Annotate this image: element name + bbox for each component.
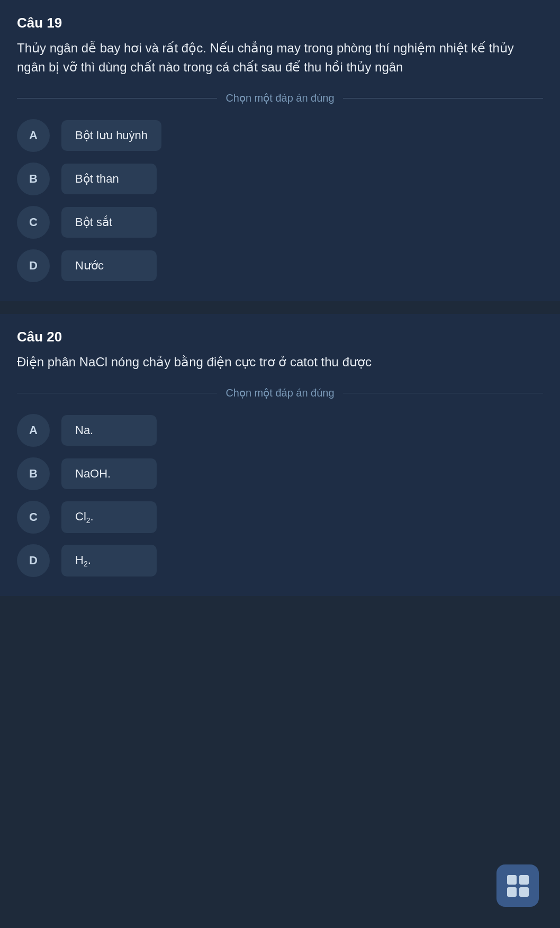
- options-list-20: A Na. B NaOH. C Cl2. D H2.: [17, 414, 543, 577]
- option-item-20-c[interactable]: C Cl2.: [17, 501, 543, 534]
- question-block-19: Câu 19 Thủy ngân dễ bay hơi và rất độc. …: [0, 0, 560, 301]
- option-label-19-c: Bột sắt: [61, 207, 157, 238]
- divider-line-right-19: [343, 98, 543, 98]
- option-label-19-a: Bột lưu huỳnh: [61, 120, 161, 151]
- page-container: Câu 19 Thủy ngân dễ bay hơi và rất độc. …: [0, 0, 560, 596]
- option-label-19-b: Bột than: [61, 164, 157, 194]
- divider-line-left-20: [17, 393, 217, 393]
- divider-line-right-20: [343, 393, 543, 393]
- fab-button[interactable]: [496, 864, 539, 907]
- divider-text-20: Chọn một đáp án đúng: [225, 386, 334, 399]
- question-text-19: Thủy ngân dễ bay hơi và rất độc. Nếu chẳ…: [17, 39, 543, 77]
- divider-row-20: Chọn một đáp án đúng: [17, 386, 543, 399]
- question-number-20: Câu 20: [17, 329, 543, 345]
- divider-text-19: Chọn một đáp án đúng: [225, 92, 334, 104]
- option-label-20-b: NaOH.: [61, 458, 157, 489]
- option-item-19-a[interactable]: A Bột lưu huỳnh: [17, 119, 543, 152]
- question-text-20: Điện phân NaCl nóng chảy bằng điện cực t…: [17, 353, 543, 372]
- option-label-19-d: Nước: [61, 250, 157, 281]
- option-circle-20-d: D: [17, 544, 50, 577]
- option-item-19-c[interactable]: C Bột sắt: [17, 206, 543, 239]
- option-item-19-b[interactable]: B Bột than: [17, 163, 543, 195]
- option-circle-20-c: C: [17, 501, 50, 534]
- option-label-20-a: Na.: [61, 415, 157, 446]
- option-item-20-d[interactable]: D H2.: [17, 544, 543, 577]
- option-circle-20-a: A: [17, 414, 50, 447]
- option-circle-19-c: C: [17, 206, 50, 239]
- divider-line-left-19: [17, 98, 217, 98]
- divider-row-19: Chọn một đáp án đúng: [17, 92, 543, 104]
- option-circle-19-a: A: [17, 119, 50, 152]
- grid-icon: [507, 875, 529, 897]
- option-label-20-d: H2.: [61, 545, 157, 576]
- option-item-19-d[interactable]: D Nước: [17, 249, 543, 282]
- option-item-20-a[interactable]: A Na.: [17, 414, 543, 447]
- options-list-19: A Bột lưu huỳnh B Bột than C Bột sắt D: [17, 119, 543, 282]
- option-circle-19-b: B: [17, 163, 50, 195]
- question-block-20: Câu 20 Điện phân NaCl nóng chảy bằng điệ…: [0, 314, 560, 596]
- option-circle-19-d: D: [17, 249, 50, 282]
- question-number-19: Câu 19: [17, 15, 543, 31]
- option-label-20-c: Cl2.: [61, 501, 157, 533]
- option-item-20-b[interactable]: B NaOH.: [17, 457, 543, 490]
- option-circle-20-b: B: [17, 457, 50, 490]
